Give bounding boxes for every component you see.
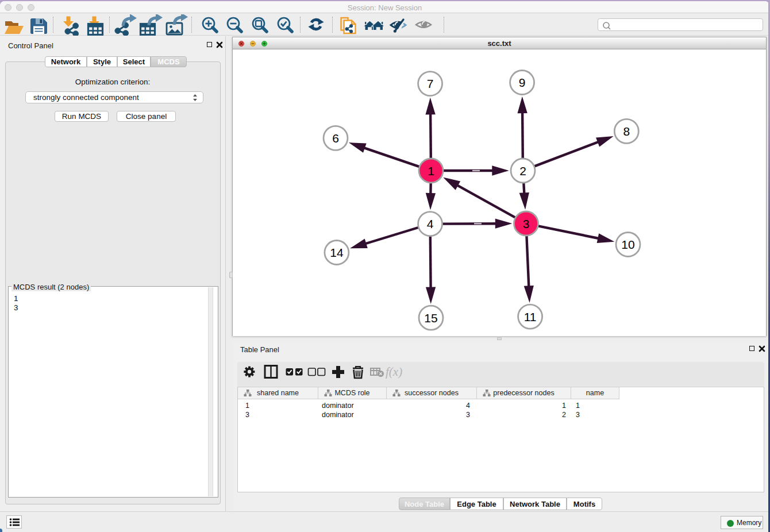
svg-text:3: 3 <box>523 217 530 230</box>
svg-text:4: 4 <box>427 217 434 230</box>
svg-text:15: 15 <box>424 311 437 325</box>
svg-text:11: 11 <box>524 310 537 323</box>
svg-text:8: 8 <box>623 125 630 138</box>
svg-text:6: 6 <box>332 132 339 145</box>
svg-text:14: 14 <box>330 246 344 259</box>
svg-text:7: 7 <box>427 77 434 90</box>
svg-text:f(x): f(x) <box>386 365 402 379</box>
svg-text:1: 1 <box>428 164 434 178</box>
svg-text:10: 10 <box>621 238 634 251</box>
svg-text:9: 9 <box>519 76 526 89</box>
svg-text:2: 2 <box>519 164 526 178</box>
